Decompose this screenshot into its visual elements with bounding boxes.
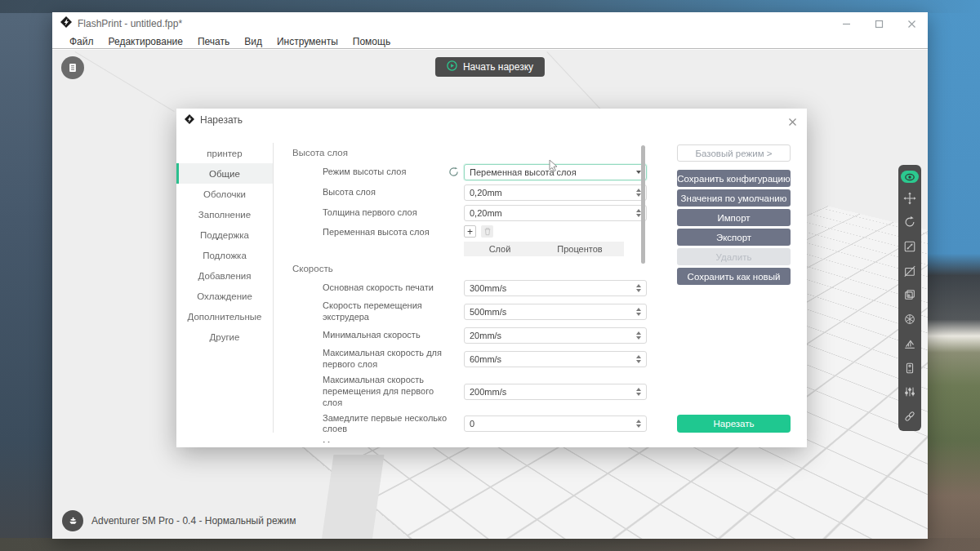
tune-sliders-icon[interactable]	[900, 383, 920, 401]
field-label-layer-height-mode: Режим высоты слоя	[323, 167, 448, 178]
slow-first-layers-input[interactable]: 0	[464, 415, 647, 432]
field-label-layer-height: Высота слоя	[323, 187, 464, 198]
field-label-slow-first-layers: Замедлите первые несколько слоев	[323, 413, 464, 436]
settings-form: Высота слоя Режим высоты слоя Переменная…	[292, 144, 648, 442]
nav-item-shells[interactable]: Оболочки	[176, 184, 273, 204]
menu-edit[interactable]: Редактирование	[101, 36, 190, 47]
travel-speed-input[interactable]: 500mm/s	[464, 304, 647, 320]
link-icon[interactable]	[900, 407, 920, 425]
layer-height-mode-dropdown[interactable]: Переменная высота слоя	[464, 164, 647, 180]
menu-print[interactable]: Печать	[190, 36, 237, 47]
min-speed-input[interactable]: 20mm/s	[464, 327, 647, 344]
stepper-arrows-icon[interactable]	[631, 420, 641, 428]
nav-item-general[interactable]: Общие	[176, 163, 273, 184]
mesh-icon[interactable]	[900, 310, 920, 328]
move-icon[interactable]	[900, 189, 920, 207]
support-icon[interactable]	[900, 335, 920, 353]
slice-button[interactable]: Нарезать	[677, 415, 791, 433]
variable-layer-table-header: Слой Процентов	[464, 242, 624, 256]
delete-button: Удалить	[677, 248, 791, 265]
field-value: 20mm/s	[470, 331, 501, 340]
field-label-variable-layer-height: Переменная высота слоя	[323, 225, 464, 238]
stepper-arrows-icon[interactable]	[631, 308, 641, 316]
field-value: 0,20mm	[470, 188, 502, 198]
first-layer-height-input[interactable]: 0,20mm	[464, 205, 647, 221]
view-icon[interactable]	[901, 171, 919, 183]
stepper-arrows-icon[interactable]	[631, 331, 641, 340]
first-layer-max-travel-speed-input[interactable]: 200mm/s	[464, 384, 647, 400]
column-percent[interactable]: Процентов	[536, 242, 624, 256]
start-slicing-button[interactable]: Начать нарезку	[435, 57, 545, 77]
nav-item-others[interactable]: Другие	[176, 327, 273, 347]
rotate-icon[interactable]	[900, 213, 920, 231]
bed-outline-line	[546, 51, 604, 113]
desktop-wallpaper-bottom	[0, 538, 980, 551]
maximize-button[interactable]	[862, 12, 895, 35]
save-config-button[interactable]: Сохранить конфигурацию	[677, 170, 791, 187]
right-tool-rail	[898, 165, 921, 431]
stepper-arrows-icon[interactable]	[631, 388, 641, 396]
dialog-header: Нарезать	[176, 109, 807, 131]
flashprint-logo-icon	[60, 16, 72, 31]
window-title: FlashPrint - untitled.fpp*	[78, 18, 182, 29]
cut-icon[interactable]	[900, 262, 920, 280]
field-label-first-layer-height: Толщина первого слоя	[323, 207, 464, 219]
nav-item-raft[interactable]: Подложка	[176, 245, 273, 265]
bed-outline-line	[74, 51, 174, 112]
title-bar: FlashPrint - untitled.fpp*	[52, 12, 928, 35]
settings-nav: принтер Общие Оболочки Заполнение Поддер…	[176, 143, 274, 433]
printer-device-icon[interactable]	[900, 359, 920, 377]
menu-tools[interactable]: Инструменты	[270, 36, 345, 47]
desktop-wallpaper-right	[927, 0, 980, 551]
defaults-button[interactable]: Значения по умолчанию	[677, 189, 791, 207]
add-row-button[interactable]: +	[464, 225, 476, 238]
field-label-travel-speed: Скорость перемещения экструдера	[323, 300, 464, 323]
stepper-arrows-icon[interactable]	[631, 355, 641, 363]
column-layer[interactable]: Слой	[464, 242, 536, 256]
start-slicing-label: Начать нарезку	[463, 61, 533, 73]
stepper-arrows-icon[interactable]	[631, 209, 641, 217]
slice-settings-dialog: Нарезать принтер Общие Оболочки Заполнен…	[176, 109, 807, 447]
stepper-arrows-icon[interactable]	[631, 284, 641, 292]
layer-height-input[interactable]: 0,20mm	[464, 184, 647, 201]
first-layer-max-speed-input[interactable]: 60mm/s	[464, 351, 647, 367]
printer-status-chip[interactable]: Adventurer 5M Pro - 0.4 - Нормальный реж…	[62, 510, 296, 531]
field-label-first-layer-max-travel-speed: Максимальная скорость перемещения для пе…	[323, 375, 464, 408]
menu-help[interactable]: Помощь	[345, 36, 398, 47]
import-button[interactable]: Импорт	[677, 209, 791, 226]
menu-view[interactable]: Вид	[237, 36, 270, 47]
export-button[interactable]: Экспорт	[677, 229, 791, 246]
menu-file[interactable]: Файл	[62, 36, 101, 47]
field-label-first-layers-max-speed: Максимальная скорость первых нескольких …	[323, 440, 464, 443]
desktop-wallpaper-left	[0, 0, 53, 551]
section-title-speed: Скорость	[292, 264, 648, 273]
field-label-base-print-speed: Основная скорость печати	[323, 282, 464, 294]
nav-item-additions[interactable]: Добавления	[176, 265, 273, 286]
field-label-min-speed: Минимальная скорость	[323, 330, 464, 341]
close-button[interactable]	[895, 12, 928, 35]
field-value: 0,20mm	[470, 208, 502, 218]
section-title-layer-height: Высота слоя	[292, 148, 648, 158]
flashprint-logo-icon	[185, 114, 194, 126]
field-value: 60mm/s	[470, 354, 501, 364]
nav-item-cooling[interactable]: Охлаждение	[176, 286, 273, 306]
save-as-new-button[interactable]: Сохранить как новый	[677, 268, 791, 285]
nav-item-supports[interactable]: Поддержка	[176, 224, 273, 245]
delete-row-button	[481, 225, 493, 238]
nav-item-advanced[interactable]: Дополнительные	[176, 306, 273, 327]
nav-item-infill[interactable]: Заполнение	[176, 204, 273, 224]
scale-icon[interactable]	[900, 238, 920, 256]
reset-icon[interactable]	[448, 167, 460, 178]
field-value: 0	[470, 419, 474, 429]
base-print-speed-input[interactable]: 300mm/s	[464, 280, 647, 296]
form-scrollbar[interactable]	[641, 145, 645, 264]
dialog-close-icon[interactable]	[786, 115, 799, 128]
duplicate-icon[interactable]	[900, 286, 920, 304]
basic-mode-button[interactable]: Базовый режим >	[677, 144, 791, 162]
stepper-arrows-icon[interactable]	[631, 189, 641, 197]
model-list-button[interactable]	[61, 56, 84, 79]
printer-status-text: Adventurer 5M Pro - 0.4 - Нормальный реж…	[91, 515, 296, 527]
minimize-button[interactable]	[830, 12, 862, 35]
nav-item-printer[interactable]: принтер	[176, 143, 273, 163]
dialog-title: Нарезать	[200, 114, 243, 126]
